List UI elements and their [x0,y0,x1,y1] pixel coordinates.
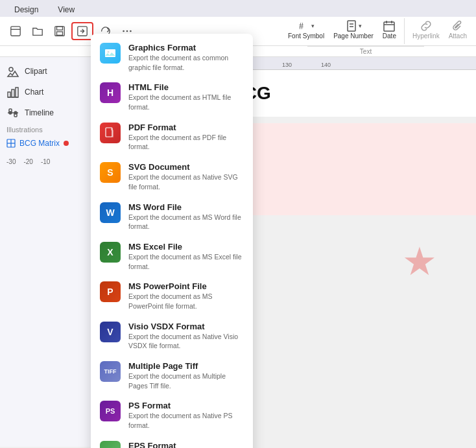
visio-title: Visio VSDX Format [128,322,244,331]
graphics-format-icon [100,43,121,64]
dropdown-item-eps[interactable]: EPS EPS Format Export the document as Na… [91,436,253,448]
attach-button[interactable]: Attach [445,18,471,41]
svg-rect-13 [384,22,394,31]
font-symbol-icon: # [298,19,311,32]
export-button[interactable] [71,22,93,40]
ruler-130: 130 [282,62,292,68]
svg-rect-26 [14,113,17,117]
dropdown-item-graphics-format[interactable]: Graphics Format Export the document as c… [91,38,253,77]
text-section-label: Text [307,46,424,55]
dropdown-item-svg-document[interactable]: S SVG Document Export the document as Na… [91,157,253,196]
svg-point-6 [123,30,125,32]
graphics-format-title: Graphics Format [128,43,244,53]
svg-point-7 [126,30,128,32]
tiff-desc: Export the document as Multiple Pages Ti… [128,371,244,390]
svg-rect-30 [105,49,115,57]
new-window-button[interactable] [5,23,26,39]
ms-excel-title: MS Excel File [128,242,244,252]
date-icon [383,19,396,32]
illustrations-section-title: Illustrations [0,123,100,136]
html-file-title: HTML File [128,82,244,92]
dropdown-item-ms-excel[interactable]: X MS Excel File Export the document as M… [91,237,253,276]
ruler-mark-30: -30 [6,158,16,165]
page-number-button[interactable]: ▾ Page Number [329,18,377,41]
graphics-format-desc: Export the document as common graphic fi… [128,53,244,72]
save-button[interactable] [49,23,70,39]
dropdown-item-ms-word[interactable]: W MS Word File Export the document as MS… [91,197,253,237]
dropdown-item-ms-ppt[interactable]: P MS PowerPoint File Export the document… [91,276,253,316]
ps-title: PS Format [128,401,244,410]
ms-word-desc: Export the document as MS Word file form… [128,213,244,231]
svg-rect-25 [9,109,12,112]
page-number-label: Page Number [333,32,374,40]
bcg-status-dot [64,141,69,146]
pdf-format-desc: Export the document as PDF file format. [128,133,244,152]
sidebar-ruler: -30 -20 -10 [0,156,100,168]
dropdown-item-pdf-format[interactable]: PDF Format Export the document as PDF fi… [91,117,253,157]
export-dropdown-menu: Graphics Format Export the document as c… [91,34,253,448]
svg-rect-18 [8,92,10,97]
svg-rect-10 [348,21,355,31]
attach-icon [451,19,464,32]
attach-label: Attach [449,32,467,40]
font-symbol-label: Font Symbol [288,32,324,40]
svg-point-17 [9,67,13,71]
visio-desc: Export the document as Native Visio VSDX… [128,332,244,351]
ms-ppt-desc: Export the document as MS PowerPoint fil… [128,292,244,311]
dropdown-item-tiff[interactable]: TIFF Multiple Page Tiff Export the docum… [91,356,253,395]
svg-rect-20 [16,88,18,97]
svg-document-desc: Export the document as Native SVG file f… [128,172,244,191]
sidebar-doc-bcg-matrix[interactable]: BCG Matrix [0,136,100,150]
ms-excel-desc: Export the document as MS Excel file for… [128,252,244,271]
chart-label: Chart [25,88,43,97]
ms-word-icon: W [100,202,121,223]
clipart-icon [6,65,19,78]
hyperlink-label: Hyperlink [412,32,440,40]
svg-document-title: SVG Document [128,162,244,172]
dropdown-item-ps[interactable]: PS PS Format Export the document as Nati… [91,395,253,435]
page-number-icon [345,19,358,32]
sidebar: Clipart Chart Timeline Illustrations [0,57,101,447]
svg-document-icon: S [100,162,121,183]
svg-rect-4 [57,32,63,35]
ruler-mark-10: -10 [41,158,50,165]
tab-view[interactable]: View [49,3,84,17]
date-button[interactable]: Date [379,18,400,41]
eps-title: EPS Format [128,441,244,448]
svg-point-31 [108,51,110,53]
dropdown-item-visio[interactable]: V Visio VSDX Format Export the document … [91,316,253,356]
svg-text:#: # [299,21,303,31]
ps-desc: Export the document as Native PS format. [128,411,244,430]
pdf-format-title: PDF Format [128,123,244,132]
bcg-matrix-label: BCG Matrix [19,139,60,148]
ps-icon: PS [100,401,121,421]
ruler-140: 140 [321,62,331,68]
hyperlink-button[interactable]: Hyperlink [409,18,444,41]
html-file-desc: Export the document as HTML file format. [128,93,244,112]
dropdown-item-html-file[interactable]: H HTML File Export the document as HTML … [91,77,253,117]
ms-word-title: MS Word File [128,202,244,212]
sidebar-item-timeline[interactable]: Timeline [0,102,100,123]
toolbar-tabs: Design View [0,0,476,17]
svg-rect-3 [57,27,63,30]
ms-excel-icon: X [100,242,121,263]
tab-design[interactable]: Design [5,3,47,17]
ms-ppt-title: MS PowerPoint File [128,281,244,291]
ms-ppt-icon: P [100,281,121,302]
font-symbol-button[interactable]: # ▾ Font Symbol [284,18,328,41]
tiff-icon: TIFF [100,361,121,382]
svg-rect-0 [11,27,20,36]
star-decoration: ★ [402,239,437,284]
date-label: Date [383,32,396,40]
sidebar-item-clipart[interactable]: Clipart [0,61,100,82]
chart-icon [6,86,19,99]
sidebar-item-chart[interactable]: Chart [0,82,100,102]
toolbar-divider-1 [404,18,405,44]
clipart-label: Clipart [25,67,47,76]
visio-icon: V [100,322,121,342]
eps-icon: EPS [100,441,121,448]
hyperlink-icon [420,19,433,32]
open-folder-button[interactable] [27,23,48,39]
svg-rect-19 [12,89,14,97]
timeline-icon [6,106,19,119]
